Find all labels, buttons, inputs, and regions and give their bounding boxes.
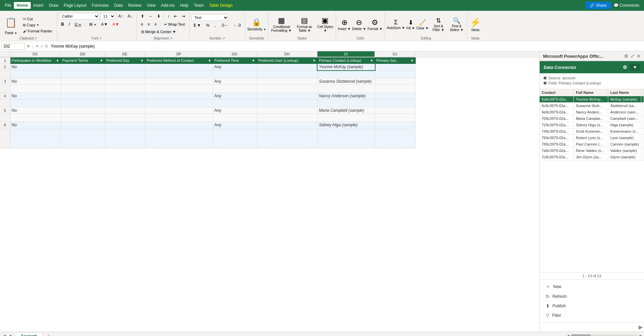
cell-r5b-dc[interactable] xyxy=(10,114,61,122)
cell-r4b-dh[interactable] xyxy=(257,99,317,107)
cell-r2-de[interactable] xyxy=(105,64,145,70)
filter-dg-icon[interactable]: ▼ xyxy=(252,59,255,62)
cell-r2-df[interactable] xyxy=(145,64,213,70)
panel-col-contact[interactable]: Contact xyxy=(540,89,574,96)
cell-r4-dj[interactable] xyxy=(375,93,415,99)
cell-r5b-di[interactable] xyxy=(317,114,375,122)
row-num-4b[interactable] xyxy=(0,99,10,107)
font-size-select[interactable]: 11 xyxy=(100,13,115,20)
cell-r4b-de[interactable] xyxy=(105,99,145,107)
cell-r5b-dd[interactable] xyxy=(61,114,105,122)
cell-r2b-de[interactable] xyxy=(105,70,145,78)
comments-button[interactable]: 💬 Comments xyxy=(614,3,639,8)
bold-button[interactable]: B xyxy=(59,21,66,28)
menu-view[interactable]: View xyxy=(144,2,158,9)
tab-nav-left[interactable]: ◀ xyxy=(1,333,7,336)
panel-row-9[interactable]: 7a9c3979-02a... Rene Valdes (s... Valdes… xyxy=(540,148,644,154)
cell-r5b-dh[interactable] xyxy=(257,114,317,122)
alignment-expand-icon[interactable]: ↗ xyxy=(170,36,172,40)
publish-action-button[interactable]: ⬆ Publish xyxy=(544,302,640,310)
cell-r4b-dd[interactable] xyxy=(61,99,105,107)
cell-reference-input[interactable] xyxy=(1,43,25,50)
border-button[interactable]: ⊞ ▼ xyxy=(87,21,98,28)
col-header-df[interactable]: DF xyxy=(145,51,213,57)
text-direction-button[interactable]: ↕ xyxy=(165,13,172,20)
cell-r5-de[interactable] xyxy=(105,107,145,114)
cell-r3b-dc[interactable] xyxy=(10,85,61,93)
font-increase-button[interactable]: A↑ xyxy=(116,13,125,20)
cell-r3-dc[interactable]: No xyxy=(10,78,61,85)
paste-button[interactable]: 📋 xyxy=(2,14,20,31)
filter-dj-icon[interactable]: ▼ xyxy=(411,59,414,62)
cell-r5-dg[interactable]: Any xyxy=(213,107,257,114)
cell-r2b-di[interactable] xyxy=(317,70,375,78)
menu-team[interactable]: Team xyxy=(191,2,206,9)
panel-expand-right-icon[interactable]: ▶ xyxy=(639,324,643,330)
row-num-5b[interactable] xyxy=(0,114,10,122)
row-num-2b[interactable] xyxy=(0,70,10,78)
copy-button[interactable]: ⧉ Copy ▼ xyxy=(21,22,55,28)
cell-r5-dd[interactable] xyxy=(61,107,105,114)
ideas-button[interactable]: Ideas xyxy=(471,28,480,32)
row-num-1[interactable]: 1 xyxy=(0,57,10,64)
confirm-formula-icon[interactable]: ✓ xyxy=(40,44,44,49)
cut-button[interactable]: ✂ Cut xyxy=(21,16,55,22)
menu-formulas[interactable]: Formulas xyxy=(89,2,111,9)
panel-row-2[interactable]: 6c9c3979-02a... Susanna Stub... Stubbero… xyxy=(540,103,644,109)
cell-r2b-dh[interactable] xyxy=(257,70,317,78)
cell-r5-dc[interactable]: No xyxy=(10,107,61,114)
cell-r4-dh[interactable] xyxy=(257,93,317,99)
cell-r4-de[interactable] xyxy=(105,93,145,99)
cell-r3-df[interactable] xyxy=(145,78,213,85)
panel-row-1[interactable]: 6a9c3979-02a... Yvonne McKay... McKay (s… xyxy=(540,96,644,103)
filter-dd-icon[interactable]: ▼ xyxy=(100,59,103,62)
tab-nav-right[interactable]: ▶ xyxy=(8,333,14,336)
cell-r3b-dh[interactable] xyxy=(257,85,317,93)
cell-r3-dg[interactable]: Any xyxy=(213,78,257,85)
cell-r6-dg[interactable]: Any xyxy=(213,122,257,128)
insert-button[interactable]: Insert ▼ xyxy=(338,27,351,31)
cell-r4-dd[interactable] xyxy=(61,93,105,99)
filter-dh-icon[interactable]: ▼ xyxy=(313,59,316,62)
cell-r6-df[interactable] xyxy=(145,122,213,128)
align-left-button[interactable]: ≡ xyxy=(139,21,145,28)
scroll-right-icon[interactable]: ▶ xyxy=(640,334,643,336)
col-header-dc[interactable]: DC xyxy=(10,51,61,57)
menu-insert[interactable]: Insert xyxy=(31,2,46,9)
col-header-dg[interactable]: DG xyxy=(213,51,257,57)
underline-button[interactable]: U ▼ xyxy=(73,21,83,28)
scroll-left-icon[interactable]: ◀ xyxy=(566,334,569,336)
col-header-di[interactable]: DI xyxy=(317,51,375,57)
find-select-button[interactable]: Find & Select ▼ xyxy=(448,24,465,32)
cell-r5-dj[interactable] xyxy=(375,107,415,114)
cell-r4b-dj[interactable] xyxy=(375,99,415,107)
conditional-formatting-button[interactable]: Conditional Formatting ▼ xyxy=(271,25,292,32)
panel-row-5[interactable]: 729c3979-02a... Sidney Higa (s... Higa (… xyxy=(540,122,644,128)
font-name-select[interactable]: Calibri xyxy=(59,13,100,20)
cell-r3b-di[interactable] xyxy=(317,85,375,93)
cell-r6-dj[interactable] xyxy=(375,122,415,128)
insert-function-icon[interactable]: fx xyxy=(45,44,48,49)
cell-r2b-dd[interactable] xyxy=(61,70,105,78)
cell-r2b-dg[interactable] xyxy=(213,70,257,78)
expand-formula-icon[interactable]: ▼ xyxy=(26,44,30,49)
sort-filter-button[interactable]: Sort & Filter ▼ xyxy=(430,24,447,32)
cell-r4b-dc[interactable] xyxy=(10,99,61,107)
delete-button[interactable]: Delete ▼ xyxy=(352,27,366,31)
filter-dc-icon[interactable]: ▼ xyxy=(56,59,59,62)
menu-review[interactable]: Review xyxy=(125,2,144,9)
row-num-5[interactable]: 5 xyxy=(0,107,10,114)
cell-r2-dh[interactable] xyxy=(257,64,317,70)
filter-de-icon[interactable]: ▼ xyxy=(140,59,144,62)
col-header-dh[interactable]: DH xyxy=(257,51,317,57)
panel-close-icon[interactable]: ✕ xyxy=(637,53,641,59)
panel-settings-icon[interactable]: ⚙ xyxy=(624,53,628,59)
cell-r3b-de[interactable] xyxy=(105,85,145,93)
cell-r5-df[interactable] xyxy=(145,107,213,114)
font-color-button[interactable]: A▼ xyxy=(110,21,121,28)
cell-r5b-dj[interactable] xyxy=(375,114,415,122)
panel-row-8[interactable]: 789c3979-02a... Paul Cannon (... Cannon … xyxy=(540,141,644,148)
sensitivity-button[interactable]: Sensitivity ▼ xyxy=(247,27,266,31)
cell-r3-dj[interactable] xyxy=(375,78,415,85)
cell-r6b-dg[interactable] xyxy=(213,128,257,149)
